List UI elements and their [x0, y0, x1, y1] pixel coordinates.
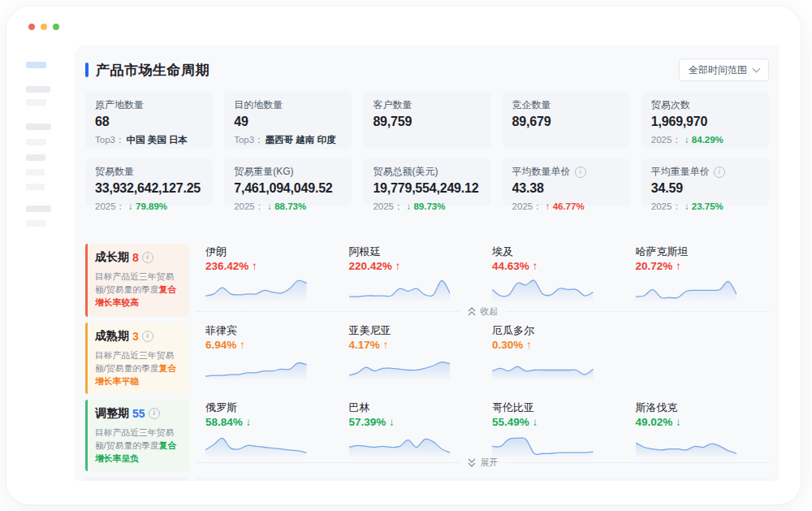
country-chart-card[interactable]: 伊朗236.42% ↑: [196, 244, 339, 301]
section-count: 55: [132, 407, 145, 420]
country-chart-card[interactable]: 厄瓜多尔0.30% ↑: [482, 323, 626, 380]
country-name: 埃及: [492, 245, 594, 258]
sidebar-item[interactable]: [26, 86, 50, 93]
panel-header: 产品市场生命周期 全部时间范围: [85, 58, 769, 82]
section-name: 成长期: [95, 250, 129, 265]
sparkline-chart: [205, 274, 307, 301]
chevron-double-down-icon: [467, 457, 477, 468]
sidebar-item[interactable]: [26, 99, 46, 106]
country-name: 斯洛伐克: [636, 401, 737, 414]
stat-card: 竞企数量89,679: [503, 92, 630, 149]
stat-card: 贸易数量33,932,642,127.252025：↓ 79.89%: [85, 158, 213, 206]
sparkline-chart: [349, 274, 451, 301]
maximize-window-button[interactable]: [53, 24, 59, 30]
country-name: 亚美尼亚: [349, 323, 451, 337]
stat-value: 1,969,970: [651, 114, 759, 130]
info-icon[interactable]: i: [142, 252, 153, 263]
sidebar-item[interactable]: [26, 169, 45, 175]
section-description-highlight: 复合增长率平稳: [95, 363, 176, 386]
country-chart-card[interactable]: 阿根廷220.42% ↑: [339, 244, 483, 301]
country-name: 哈萨克斯坦: [636, 245, 737, 258]
stat-label: 竞企数量: [512, 99, 551, 111]
lifecycle-section-other: 其他国家16i留尼旺岛南非阿曼赫德岛和麦克唐纳群岛乌拉圭坦桑尼亚中国(澳门)黎巴…: [85, 477, 769, 481]
sidebar-item[interactable]: [26, 184, 45, 190]
stat-trend: 2025：↓ 88.73%: [234, 201, 342, 212]
section-label-card: 成长期8i目标产品近三年贸易额/贸易量的季度复合增长率较高: [85, 244, 189, 317]
stat-label: 贸易总额(美元): [373, 166, 438, 178]
stat-card: 平均重量单价i34.592025：↓ 23.75%: [641, 158, 769, 206]
lifecycle-section-growth: 成长期8i目标产品近三年贸易额/贸易量的季度复合增长率较高伊朗236.42% ↑…: [85, 244, 769, 317]
lifecycle-section-mature: 成熟期3i目标产品近三年贸易额/贸易量的季度复合增长率平稳菲律宾6.94% ↑亚…: [85, 323, 769, 394]
section-content: 留尼旺岛南非阿曼赫德岛和麦克唐纳群岛乌拉圭坦桑尼亚中国(澳门)黎巴嫩卢旺达中非朝…: [196, 477, 769, 481]
sidebar-item[interactable]: [26, 206, 51, 212]
sparkline-chart: [205, 353, 307, 380]
stat-value: 89,679: [512, 114, 620, 130]
page-title: 产品市场生命周期: [85, 61, 209, 80]
top3-label: Top3：: [95, 135, 124, 145]
country-chart-card[interactable]: 哥伦比亚55.49% ↓: [482, 400, 626, 457]
country-change: 58.84% ↓: [205, 415, 307, 430]
info-icon[interactable]: i: [149, 408, 160, 419]
stat-value: 33,932,642,127.25: [95, 180, 203, 197]
section-content: 菲律宾6.94% ↑亚美尼亚4.17% ↑厄瓜多尔0.30% ↑: [196, 323, 769, 394]
section-label-card: 调整期55i目标产品近三年贸易额/贸易量的季度复合增长率呈负: [85, 400, 189, 471]
stat-top3: Top3：墨西哥 越南 印度: [234, 134, 342, 145]
stat-card: 贸易总额(美元)19,779,554,249.122025：↓ 89.73%: [363, 158, 490, 206]
sidebar-item[interactable]: [26, 139, 46, 145]
country-chart-card[interactable]: 俄罗斯58.84% ↓: [196, 400, 339, 457]
section-description: 目标产品近三年贸易额/贸易量的季度复合增长率较高: [95, 270, 184, 309]
stat-trend: 2025：↓ 79.89%: [95, 201, 203, 212]
trend-value: ↓ 23.75%: [685, 201, 723, 211]
country-change: 44.63% ↑: [492, 259, 594, 274]
sparkline-chart: [349, 430, 451, 457]
sidebar-item[interactable]: [26, 220, 46, 227]
country-chart-card[interactable]: 哈萨克斯坦20.72% ↑: [626, 244, 770, 301]
stat-trend: 2025：↓ 89.73%: [373, 201, 481, 212]
stat-card: 贸易次数1,969,9702025：↓ 84.29%: [641, 92, 769, 149]
time-range-dropdown[interactable]: 全部时间范围: [679, 58, 769, 81]
sidebar-item-active[interactable]: [26, 62, 46, 68]
trend-year-label: 2025：: [373, 201, 403, 211]
info-icon[interactable]: i: [575, 167, 586, 178]
section-toggle-expand[interactable]: 展开: [196, 457, 769, 468]
stat-label: 平均重量单价: [651, 166, 710, 178]
top3-values: 墨西哥 越南 印度: [266, 135, 336, 145]
info-icon[interactable]: i: [142, 331, 153, 342]
sparkline-chart: [349, 353, 451, 380]
country-change: 6.94% ↑: [205, 338, 307, 353]
stat-label: 目的地数量: [234, 99, 283, 111]
country-chart-card[interactable]: 斯洛伐克49.02% ↓: [626, 400, 770, 457]
page-title-text: 产品市场生命周期: [96, 61, 209, 80]
stat-card: 目的地数量49Top3：墨西哥 越南 印度: [224, 92, 352, 149]
trend-value: ↓ 84.29%: [685, 135, 723, 145]
country-name: 厄瓜多尔: [492, 323, 594, 337]
minimize-window-button[interactable]: [41, 24, 47, 30]
country-change: 55.49% ↓: [492, 415, 594, 430]
sparkline-chart: [492, 353, 594, 380]
section-toggle-collapse[interactable]: 收起: [196, 306, 769, 317]
section-description-highlight: 复合增长率较高: [95, 284, 176, 307]
country-chart-card[interactable]: 巴林57.39% ↓: [339, 400, 483, 457]
stats-row-primary: 原产地数量68Top3：中国 美国 日本目的地数量49Top3：墨西哥 越南 印…: [85, 92, 769, 149]
close-window-button[interactable]: [28, 24, 35, 30]
chevron-down-icon: [753, 65, 761, 73]
country-chart-card[interactable]: 菲律宾6.94% ↑: [196, 323, 339, 380]
country-name: 阿根廷: [349, 245, 451, 258]
stat-trend: 2025：↑ 46.77%: [512, 201, 620, 212]
country-change: 20.72% ↑: [636, 259, 737, 274]
stat-top3: Top3：中国 美国 日本: [95, 134, 203, 145]
stats-row-secondary: 贸易数量33,932,642,127.252025：↓ 79.89%贸易重量(K…: [85, 158, 769, 206]
country-chart-card[interactable]: 埃及44.63% ↑: [482, 244, 626, 301]
country-charts: 菲律宾6.94% ↑亚美尼亚4.17% ↑厄瓜多尔0.30% ↑: [196, 323, 769, 380]
info-icon[interactable]: i: [714, 167, 725, 178]
stat-label: 贸易数量: [95, 166, 134, 178]
sidebar-item[interactable]: [26, 154, 45, 161]
trend-year-label: 2025：: [95, 201, 125, 211]
section-description: 目标产品近三年贸易额/贸易量的季度复合增长率呈负: [95, 426, 184, 465]
sparkline-chart: [636, 274, 737, 301]
sidebar-item[interactable]: [26, 123, 51, 130]
section-content: 俄罗斯58.84% ↓巴林57.39% ↓哥伦比亚55.49% ↓斯洛伐克49.…: [196, 400, 769, 471]
other-countries-list: 留尼旺岛南非阿曼赫德岛和麦克唐纳群岛乌拉圭坦桑尼亚中国(澳门)黎巴嫩卢旺达中非朝…: [196, 477, 769, 481]
section-name: 成熟期: [95, 329, 129, 344]
country-chart-card[interactable]: 亚美尼亚4.17% ↑: [339, 323, 483, 380]
